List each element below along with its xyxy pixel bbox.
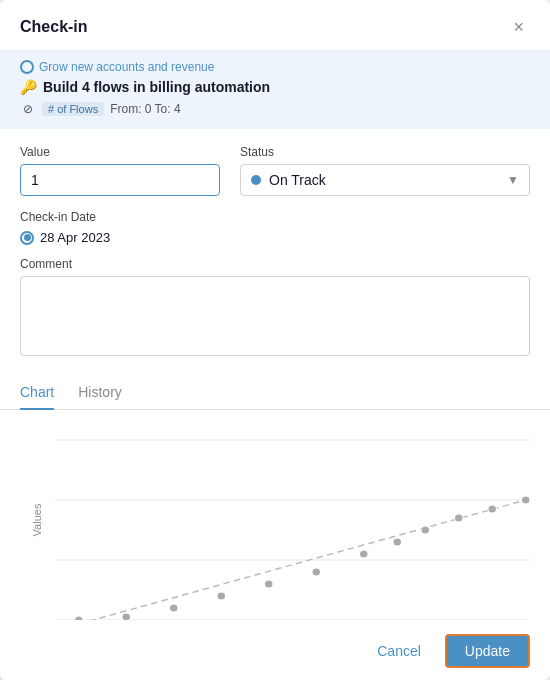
- status-inner: On Track: [251, 172, 326, 188]
- status-select[interactable]: On Track ▼: [240, 164, 530, 196]
- checkin-dialog: Check-in × Grow new accounts and revenue…: [0, 0, 550, 680]
- key-icon: 🔑: [20, 79, 37, 95]
- svg-point-15: [359, 550, 368, 558]
- update-button[interactable]: Update: [445, 634, 530, 668]
- svg-point-16: [393, 538, 402, 546]
- checkin-date-section: Check-in Date 28 Apr 2023: [0, 210, 550, 257]
- comment-section: Comment: [0, 257, 550, 376]
- svg-point-12: [217, 592, 226, 600]
- tab-chart[interactable]: Chart: [20, 376, 54, 410]
- tab-history[interactable]: History: [78, 376, 122, 410]
- status-text: On Track: [269, 172, 326, 188]
- date-option[interactable]: 28 Apr 2023: [20, 230, 530, 245]
- status-dot: [251, 175, 261, 185]
- status-label: Status: [240, 145, 530, 159]
- dialog-title: Check-in: [20, 18, 88, 36]
- metric-label: # of Flows: [42, 102, 104, 116]
- goal-parent-label: Grow new accounts and revenue: [39, 60, 214, 74]
- form-row-value-status: Value Status On Track ▼: [20, 145, 530, 196]
- goal-metric: ⊘ # of Flows From: 0 To: 4: [20, 101, 530, 117]
- svg-point-9: [74, 616, 83, 620]
- svg-point-13: [264, 580, 273, 588]
- comment-label: Comment: [20, 257, 530, 271]
- dialog-footer: Cancel Update: [0, 622, 550, 680]
- value-input[interactable]: [20, 164, 220, 196]
- chevron-down-icon: ▼: [507, 173, 519, 187]
- checkin-date-label: Check-in Date: [20, 210, 530, 224]
- chart-area: Values 5 4 3: [0, 410, 550, 622]
- goal-parent-icon: [20, 60, 34, 74]
- y-axis-label: Values: [31, 504, 43, 537]
- svg-point-19: [488, 505, 497, 513]
- value-label: Value: [20, 145, 220, 159]
- value-group: Value: [20, 145, 220, 196]
- y-label-wrapper: Values: [20, 420, 55, 620]
- chart-svg: 5 4 3 2: [55, 420, 530, 620]
- checkin-date-value: 28 Apr 2023: [40, 230, 110, 245]
- svg-point-14: [312, 568, 321, 576]
- svg-point-11: [169, 604, 178, 612]
- goal-parent: Grow new accounts and revenue: [20, 60, 530, 74]
- svg-point-20: [521, 496, 530, 504]
- status-group: Status On Track ▼: [240, 145, 530, 196]
- close-button[interactable]: ×: [507, 16, 530, 38]
- comment-textarea[interactable]: [20, 276, 530, 356]
- chart-inner: 5 4 3 2: [55, 420, 530, 620]
- form-section: Value Status On Track ▼: [0, 129, 550, 210]
- goal-name-text: Build 4 flows in billing automation: [43, 79, 270, 95]
- svg-point-18: [454, 514, 463, 522]
- svg-point-17: [421, 526, 430, 534]
- cancel-button[interactable]: Cancel: [365, 637, 433, 665]
- dialog-header: Check-in ×: [0, 0, 550, 50]
- chart-wrapper: Values 5 4 3: [20, 420, 530, 620]
- metric-icon: ⊘: [20, 101, 36, 117]
- metric-range: From: 0 To: 4: [110, 102, 180, 116]
- radio-selected-icon: [20, 231, 34, 245]
- goal-context: Grow new accounts and revenue 🔑 Build 4 …: [0, 50, 550, 129]
- goal-name: 🔑 Build 4 flows in billing automation: [20, 79, 530, 95]
- tabs-section: Chart History: [0, 376, 550, 410]
- svg-point-10: [122, 613, 131, 620]
